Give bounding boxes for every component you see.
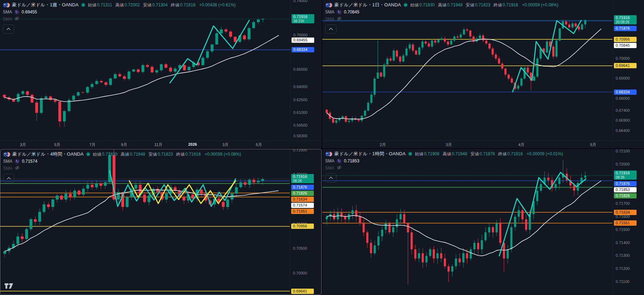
visibility-off-icon[interactable] <box>15 165 20 172</box>
indicator-row-sma[interactable]: SMA ↻ 0.70845 <box>325 9 558 15</box>
candle-body <box>578 27 580 30</box>
market-open-icon[interactable] <box>87 153 90 156</box>
time-axis-label: 3月 <box>20 142 26 148</box>
symbol-title[interactable]: 豪ドル／米ドル・1週・OANDA <box>12 2 79 8</box>
price-axis[interactable]: 0.720000.700000.690000.680000.674000.669… <box>612 0 644 140</box>
chart-panel-1d[interactable]: 豪ドル／米ドル・1日・OANDA 始値0.71830 高値0.71948 安値0… <box>322 0 644 148</box>
time-axis-label: 3月 <box>446 142 452 148</box>
candle-body <box>164 64 167 68</box>
candle-body <box>31 95 34 103</box>
candle-body <box>444 259 446 266</box>
candle-body <box>45 97 47 98</box>
indicator-row-sma-hidden[interactable]: SMA <box>325 165 563 171</box>
candle-body <box>473 243 475 249</box>
plot-area[interactable]: 豪ドル／米ドル・1日・OANDA 始値0.71830 高値0.71948 安値0… <box>322 0 612 140</box>
price-axis[interactable]: 0.740000.700000.660000.640000.625000.610… <box>290 0 322 140</box>
aud-usd-flag-icon <box>325 151 332 157</box>
sma-value-badge: 0.71853 <box>614 187 637 192</box>
sma-line[interactable] <box>5 190 278 251</box>
candle-body <box>12 99 15 102</box>
plot-area[interactable]: 豪ドル／米ドル・1時間・OANDA 始値0.71908 高値0.71948 安値… <box>322 149 612 295</box>
candle-body <box>437 40 440 43</box>
symbol-title[interactable]: 豪ドル／米ドル・1日・OANDA <box>334 2 401 8</box>
indicator-row-sma[interactable]: SMA ↻ 0.71853 <box>325 158 563 164</box>
sma-value: 0.69455 <box>22 10 37 15</box>
chart-panel-4h[interactable]: 豪ドル／米ドル・4時間・OANDA 始値0.71830 高値0.71948 安値… <box>0 149 322 295</box>
symbol-title[interactable]: 豪ドル／米ドル・1時間・OANDA <box>334 151 406 157</box>
candle-body <box>359 217 361 223</box>
price-tick-label: 0.64000 <box>293 85 307 89</box>
plot-area[interactable]: 豪ドル／米ドル・4時間・OANDA 始値0.71830 高値0.71948 安値… <box>0 149 290 295</box>
candle-body <box>575 23 577 27</box>
price-tick-label: 0.66400 <box>616 128 630 133</box>
candle-body <box>326 110 328 113</box>
visibility-off-icon[interactable] <box>337 165 342 172</box>
symbol-title[interactable]: 豪ドル／米ドル・4時間・OANDA <box>12 151 84 157</box>
tradingview-logo[interactable] <box>5 283 15 290</box>
chart-panel-1h[interactable]: 豪ドル／米ドル・1時間・OANDA 始値0.71908 高値0.71948 安値… <box>322 149 644 295</box>
indicator-row-sma[interactable]: SMA ↻ 0.69455 <box>3 9 236 15</box>
candle-body <box>188 67 191 70</box>
candle-body <box>381 230 383 236</box>
price-tick-label: 0.71100 <box>616 279 629 284</box>
candle-body <box>248 28 250 40</box>
indicator-row-sma-hidden[interactable]: SMA <box>325 16 558 22</box>
candle-body <box>109 79 112 85</box>
candle-body <box>429 249 431 256</box>
collapse-legend-button[interactable] <box>3 24 14 34</box>
candle-body <box>40 98 43 113</box>
candle-body <box>520 79 522 86</box>
candle-body <box>77 92 80 96</box>
time-axis[interactable]: 3月5月7月9月11月20263月5月 <box>0 140 322 148</box>
price-axis[interactable]: 0.721000.720000.717000.716000.715000.714… <box>612 149 644 295</box>
candle-body <box>434 41 436 43</box>
candle-body <box>411 232 413 249</box>
market-open-icon[interactable] <box>404 4 407 6</box>
level-badge: 0.69641 <box>614 63 637 68</box>
candle-body <box>117 192 120 199</box>
candle-body <box>409 45 411 48</box>
price-tick-label: 0.62500 <box>293 98 307 102</box>
candle-body <box>132 69 135 71</box>
collapse-legend-button[interactable] <box>325 24 337 34</box>
collapse-legend-button[interactable] <box>3 174 15 183</box>
market-open-icon[interactable] <box>82 4 85 6</box>
level-badge: 0.71826 <box>614 193 637 198</box>
candle-body <box>202 58 204 65</box>
candle-body <box>191 195 194 198</box>
sma-line[interactable] <box>327 181 601 256</box>
candle-body <box>466 253 468 259</box>
candle-body <box>447 41 449 45</box>
market-open-icon[interactable] <box>409 152 412 155</box>
candle-body <box>422 253 424 262</box>
plot-area[interactable]: 豪ドル／米ドル・1週・OANDA 始値0.71311 高値0.72002 安値0… <box>0 0 290 140</box>
candle-body <box>412 45 414 51</box>
indicator-row-sma-hidden[interactable]: SMA <box>3 165 241 172</box>
price-axis[interactable]: 0.725000.720000.710000.705000.700000.719… <box>290 149 321 295</box>
indicator-loading-icon: ↻ <box>337 158 342 164</box>
candle-body <box>498 59 500 64</box>
aud-usd-flag-icon <box>3 152 10 157</box>
candle-body <box>422 41 424 47</box>
candle-body <box>451 266 453 272</box>
sma-value-badge: 0.69455 <box>292 37 314 43</box>
candle-body <box>252 22 255 28</box>
open-value: 0.71908 <box>424 151 439 156</box>
chart-legend: 豪ドル／米ドル・1時間・OANDA 始値0.71908 高値0.71948 安値… <box>325 151 563 183</box>
candle-body <box>3 95 6 97</box>
level-badge: 0.71634 <box>614 210 637 215</box>
candle-body <box>406 48 408 56</box>
candle-body <box>86 87 89 93</box>
candle-body <box>128 71 130 79</box>
collapse-legend-button[interactable] <box>325 173 337 183</box>
candle-body <box>155 70 158 73</box>
visibility-off-icon[interactable] <box>14 16 19 23</box>
indicator-row-sma[interactable]: SMA ↻ 0.71574 <box>3 158 241 164</box>
indicator-row-sma-hidden[interactable]: SMA <box>3 16 236 22</box>
visibility-off-icon[interactable] <box>337 16 342 23</box>
time-axis[interactable]: 2月3月4月5月 <box>322 140 644 148</box>
chart-panel-1w[interactable]: 豪ドル／米ドル・1週・OANDA 始値0.71311 高値0.72002 安値0… <box>0 0 322 148</box>
candle-body <box>16 237 19 244</box>
candle-body <box>95 81 98 84</box>
candle-body <box>440 253 442 259</box>
